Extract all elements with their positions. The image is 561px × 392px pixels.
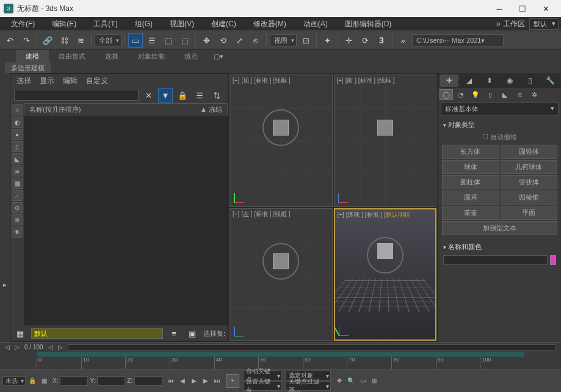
btn-pyramid[interactable]: 四棱锥 (501, 191, 558, 205)
filter-icon[interactable]: ▼ (158, 88, 173, 103)
link-button[interactable]: 🔗 (40, 33, 55, 48)
btn-box[interactable]: 长方体 (442, 145, 499, 159)
manipulate-button[interactable]: ✦ (320, 33, 335, 48)
filter-bone-icon[interactable]: ⟋ (12, 190, 23, 201)
nav-zoomall-icon[interactable]: ⊞ (369, 376, 379, 386)
hierarchy-tab[interactable]: ⬍ (480, 74, 499, 87)
autogrid-checkbox[interactable]: ☐ 自动栅格 (441, 131, 559, 143)
window-crossing-button[interactable]: ⬚ (178, 33, 192, 48)
menu-file[interactable]: 文件(F) (2, 17, 43, 31)
filter-lights-icon[interactable]: ● (12, 129, 23, 140)
project-path-dropdown[interactable]: C:\Users\··· Max 2021 ▾ (412, 34, 504, 46)
btn-tube[interactable]: 管状体 (501, 175, 558, 189)
more-tools-icon[interactable]: » (396, 33, 410, 48)
next-key-icon[interactable]: ▷ (58, 344, 63, 350)
set-key-big-button[interactable]: + (226, 374, 239, 388)
isolate-icon[interactable]: ▣ (185, 326, 200, 341)
object-name-input[interactable] (443, 255, 548, 265)
tab-freeform[interactable]: 自由形式 (49, 50, 95, 62)
next-frame-icon[interactable]: ▷ (15, 344, 20, 350)
sort-icon[interactable]: ⇅ (209, 88, 224, 103)
filter-hidden-icon[interactable]: 👁 (12, 227, 23, 238)
btn-textplus[interactable]: 加强型文本 (442, 221, 557, 235)
minimize-button[interactable]: ─ (488, 0, 511, 17)
y-input[interactable] (97, 376, 125, 386)
lock-icon[interactable]: 🔒 (175, 88, 190, 103)
object-color-swatch[interactable] (550, 255, 556, 265)
menu-modifiers[interactable]: 修改器(M) (245, 17, 295, 31)
trackbar-curve[interactable] (37, 352, 524, 357)
scene-tab-select[interactable]: 选择 (16, 76, 31, 86)
viewport-persp-label[interactable]: [+] [透视 ] [标准 ] [默认明暗 (338, 211, 410, 219)
btn-geosphere[interactable]: 几何球体 (501, 160, 558, 174)
prev-frame-btn[interactable]: ◀ (178, 376, 187, 386)
pivot-center-button[interactable]: ⊡ (299, 33, 313, 48)
filter-helpers-icon[interactable]: ◣ (12, 153, 23, 164)
tab-modeling[interactable]: 建模 (16, 50, 49, 62)
redo-button[interactable]: ↷ (19, 33, 34, 48)
scene-list[interactable] (24, 115, 228, 325)
menu-graph-editors[interactable]: 图形编辑器(D) (336, 17, 400, 31)
modify-tab[interactable]: ◢ (460, 74, 479, 87)
btn-cylinder[interactable]: 圆柱体 (442, 175, 499, 189)
tab-selection[interactable]: 选择 (95, 50, 128, 62)
btn-teapot[interactable]: 茶壶 (442, 206, 499, 220)
btn-sphere[interactable]: 球体 (442, 160, 499, 174)
geometry-type-dropdown[interactable]: 标准基本体▾ (441, 103, 559, 115)
maximize-button[interactable]: ☐ (511, 0, 534, 17)
abs-rel-icon[interactable]: ▦ (39, 376, 49, 386)
filter-groups-icon[interactable]: ▦ (12, 178, 23, 189)
unlink-button[interactable]: ⛓ (57, 33, 71, 48)
cat-helpers-icon[interactable]: ◣ (498, 89, 512, 100)
goto-start-icon[interactable]: ⏮ (166, 376, 176, 386)
play-button[interactable]: ▶ (189, 376, 199, 386)
nav-fov-icon[interactable]: ▭ (358, 376, 367, 386)
cat-shapes-icon[interactable]: ◔ (454, 89, 468, 100)
scene-search-input[interactable] (14, 90, 139, 101)
percent-snap-button[interactable]: 3 (374, 33, 389, 48)
time-ruler[interactable]: 0 10 20 30 40 50 60 70 80 90 100 (0, 357, 561, 369)
clear-search-icon[interactable]: ✕ (141, 88, 156, 103)
subtab-poly-modeling[interactable]: 多边形建模 (5, 62, 51, 73)
snap-toggle-button[interactable]: ✛ (341, 33, 356, 48)
layer-icon[interactable]: ≡ (167, 326, 181, 341)
viewport-front[interactable]: [+] [前 ] [标准 ] [线框 ] (334, 74, 437, 207)
rollout-name-color[interactable]: 名称和颜色 (441, 241, 559, 253)
filter-spacewarps-icon[interactable]: ≋ (12, 165, 23, 176)
ribbon-collapse-icon[interactable]: ▢▾ (208, 50, 230, 62)
select-object-button[interactable]: ▭ (128, 33, 143, 48)
workspace-dropdown[interactable]: 默认 (529, 18, 559, 30)
display-tab[interactable]: ▯ (521, 74, 540, 87)
scene-tab-display[interactable]: 显示 (40, 76, 54, 86)
view-mode-icon[interactable]: ☰ (192, 88, 207, 103)
filter-xref-icon[interactable]: ⊙ (12, 202, 23, 213)
cat-cameras-icon[interactable]: ▯ (483, 89, 497, 100)
viewport-top[interactable]: [+] [顶 ] [标准 ] [线框 ] (230, 74, 333, 207)
cat-spacewarps-icon[interactable]: ≋ (513, 89, 526, 100)
select-region-rect-button[interactable]: ⬚ (161, 33, 176, 48)
motion-tab[interactable]: ◉ (501, 74, 519, 87)
selection-set-dropdown[interactable]: 默认 (31, 328, 163, 339)
viewport-perspective[interactable]: [+] [透视 ] [标准 ] [默认明暗 (334, 208, 437, 341)
tab-object-paint[interactable]: 对象绘制 (128, 50, 175, 62)
menu-animation[interactable]: 动画(A) (295, 17, 336, 31)
prev-frame-icon[interactable]: ◁ (5, 344, 10, 350)
scene-list-header[interactable]: 名称(按升序排序) ▲ 冻结 (24, 103, 228, 115)
menu-group[interactable]: 组(G) (126, 17, 161, 31)
selection-status[interactable]: 未选 (2, 376, 26, 386)
btn-torus[interactable]: 圆环 (442, 191, 499, 205)
filter-shapes-icon[interactable]: ◐ (12, 117, 23, 128)
ref-coord-dropdown[interactable]: 视图 (270, 34, 297, 46)
nav-pan-icon[interactable]: ✥ (335, 376, 344, 386)
keyfilter-button[interactable]: 关键点过滤器... (286, 381, 331, 391)
viewport-left[interactable]: [+] [左 ] [标准 ] [线框 ] (230, 208, 333, 341)
select-move-button[interactable]: ✥ (199, 33, 214, 48)
utilities-tab[interactable]: 🔧 (541, 74, 560, 87)
filter-geometry-icon[interactable]: ○ (12, 104, 23, 115)
menu-edit[interactable]: 编辑(E) (43, 17, 85, 31)
menu-create[interactable]: 创建(C) (203, 17, 245, 31)
close-button[interactable]: ✕ (534, 0, 557, 17)
select-scale-button[interactable]: ⤢ (232, 33, 247, 48)
more-menus-icon[interactable]: » (496, 20, 501, 28)
menu-tools[interactable]: 工具(T) (85, 17, 126, 31)
